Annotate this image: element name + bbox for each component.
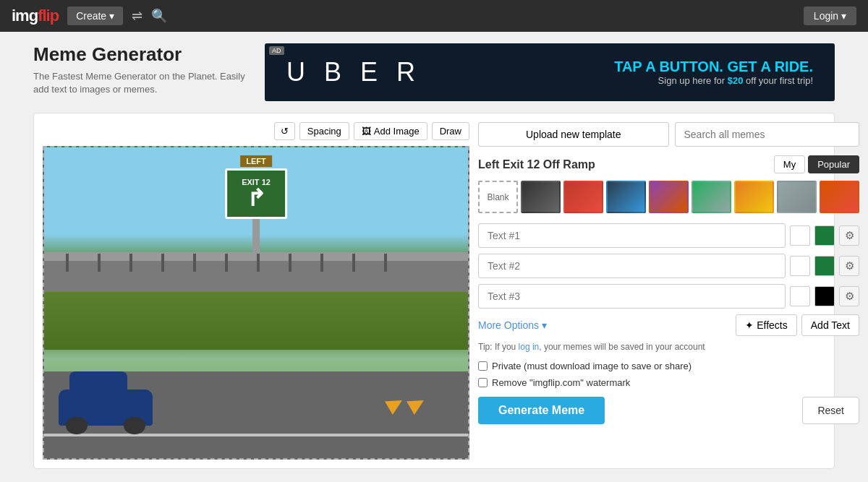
chevron-down-icon: ▾: [109, 10, 114, 22]
effects-label: Effects: [757, 319, 788, 331]
template-thumb[interactable]: [692, 181, 731, 213]
template-thumb[interactable]: [649, 181, 689, 213]
template-thumb[interactable]: [521, 181, 561, 213]
template-thumb[interactable]: [820, 181, 859, 213]
car-wheel-front: [66, 417, 88, 434]
add-text-button[interactable]: Add Text: [801, 314, 859, 336]
logo[interactable]: imgflip: [12, 7, 59, 25]
template-thumb[interactable]: [563, 181, 603, 213]
template-thumb[interactable]: [777, 181, 817, 213]
right-panel: Upload new template Left Exit 12 Off Ram…: [478, 122, 859, 460]
text-row-2: ⚙: [478, 254, 859, 278]
search-icon[interactable]: 🔍: [151, 8, 167, 24]
add-image-label: Add Image: [374, 126, 420, 137]
spacing-button[interactable]: Spacing: [299, 122, 349, 140]
main-content: ↺ Spacing 🖼 Add Image Draw: [33, 113, 835, 469]
text-color-black-3[interactable]: [814, 286, 835, 306]
create-button[interactable]: Create ▾: [67, 7, 123, 25]
bottom-controls: More Options ▾ ✦ Effects Add Text: [478, 314, 859, 336]
car-roof: [69, 371, 127, 393]
watermark-checkbox-row: Remove "imgflip.com" watermark: [478, 377, 859, 388]
ad-subtext-pre: Sign up here for: [658, 75, 728, 86]
private-label: Private (must download image to save or …: [492, 361, 692, 371]
ad-banner: AD U B E R TAP A BUTTON. GET A RIDE. Sig…: [265, 43, 835, 101]
railing-post: [193, 254, 196, 272]
road-line: [44, 434, 468, 436]
tab-popular[interactable]: Popular: [808, 155, 859, 173]
toolbar: ↺ Spacing 🖼 Add Image Draw: [43, 122, 469, 140]
tip-text: Tip: If you log in, your memes will be s…: [478, 342, 859, 352]
login-link[interactable]: log in: [519, 342, 540, 352]
draw-label: Draw: [440, 126, 461, 137]
text-color-green-2[interactable]: [814, 256, 835, 276]
image-icon: 🖼: [362, 126, 371, 137]
upload-template-button[interactable]: Upload new template: [478, 122, 669, 147]
gear-button-2[interactable]: ⚙: [839, 256, 859, 276]
reset-button[interactable]: Reset: [802, 397, 859, 424]
gear-button-1[interactable]: ⚙: [839, 225, 859, 246]
chevron-down-icon: ▾: [841, 10, 846, 22]
text-color-white-2[interactable]: [790, 256, 810, 276]
more-options-label: More Options: [478, 319, 539, 331]
generate-row: Generate Meme Reset: [478, 397, 859, 424]
text-color-white-1[interactable]: [790, 225, 810, 246]
text-row-1: ⚙: [478, 223, 859, 248]
add-image-button[interactable]: 🖼 Add Image: [354, 122, 427, 140]
more-options-button[interactable]: More Options ▾: [478, 319, 547, 331]
top-section: Meme Generator The Fastest Meme Generato…: [33, 43, 835, 101]
template-gallery: Blank: [478, 181, 859, 213]
blank-label: Blank: [487, 192, 509, 202]
spacing-label: Spacing: [307, 126, 341, 137]
effects-button[interactable]: ✦ Effects: [736, 314, 797, 336]
railing-post: [352, 254, 355, 272]
ad-label: AD: [269, 46, 284, 55]
meme-image: LEFT EXIT 12 ↱: [43, 146, 469, 460]
left-panel: ↺ Spacing 🖼 Add Image Draw: [43, 122, 469, 460]
logo-text: imgflip: [12, 7, 59, 25]
railing: [44, 254, 468, 272]
action-buttons: ✦ Effects Add Text: [736, 314, 859, 336]
text-input-3[interactable]: [478, 284, 786, 309]
highway-sign: EXIT 12 ↱: [225, 168, 287, 219]
railing-post: [320, 254, 323, 272]
gear-button-3[interactable]: ⚙: [839, 286, 859, 306]
treeline: [44, 292, 468, 350]
sign-post: [252, 219, 260, 255]
text-color-white-3[interactable]: [790, 286, 810, 306]
template-thumb[interactable]: [606, 181, 646, 213]
template-thumb[interactable]: [734, 181, 774, 213]
sparkle-icon: ✦: [745, 319, 754, 331]
login-label: Login: [814, 10, 838, 22]
undo-button[interactable]: ↺: [274, 122, 295, 140]
shuffle-icon[interactable]: ⇌: [132, 8, 142, 24]
template-tabs: My Popular: [774, 155, 859, 173]
railing-post: [384, 254, 387, 272]
car-body: [59, 390, 153, 426]
text-input-2[interactable]: [478, 254, 786, 278]
header-left: imgflip Create ▾ ⇌ 🔍: [12, 7, 167, 25]
generate-meme-button[interactable]: Generate Meme: [478, 397, 605, 424]
railing-post: [257, 254, 260, 272]
uber-logo: U B E R: [286, 57, 421, 87]
watermark-checkbox[interactable]: [478, 378, 488, 387]
text-row-3: ⚙: [478, 284, 859, 309]
private-checkbox[interactable]: [478, 361, 488, 371]
template-thumb-blank[interactable]: Blank: [478, 181, 518, 213]
railing-post: [66, 254, 69, 272]
highway-sign-area: LEFT EXIT 12 ↱: [225, 155, 287, 255]
text-color-green-1[interactable]: [814, 225, 835, 246]
page-body: Meme Generator The Fastest Meme Generato…: [22, 32, 846, 481]
arrow-icon: ↱: [242, 186, 271, 210]
text-input-1[interactable]: [478, 223, 786, 248]
template-title: Left Exit 12 Off Ramp: [478, 158, 595, 171]
create-label: Create: [76, 10, 106, 22]
login-button[interactable]: Login ▾: [804, 7, 856, 25]
template-controls: Upload new template: [478, 122, 859, 147]
draw-button[interactable]: Draw: [432, 122, 469, 140]
header: imgflip Create ▾ ⇌ 🔍 Login ▾: [0, 0, 868, 32]
watermark-label: Remove "imgflip.com" watermark: [492, 377, 630, 388]
ad-subtext: Sign up here for $20 off your first trip…: [614, 75, 813, 86]
tab-my[interactable]: My: [774, 155, 805, 173]
page-subtitle: The Fastest Meme Generator on the Planet…: [33, 70, 250, 96]
search-input[interactable]: [675, 122, 860, 147]
